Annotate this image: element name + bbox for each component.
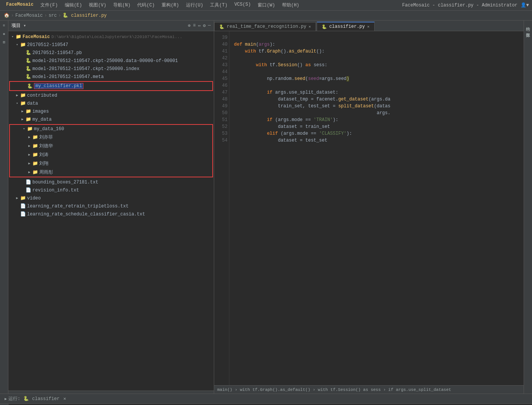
locate-icon[interactable]: ⊕ <box>188 23 191 29</box>
project-panel-header: 项目 ▾ ⊕ ≡ ⇔ ⚙ — <box>8 21 214 31</box>
right-sidebar: 结构 数据库 <box>524 21 532 394</box>
tree-file-lr1[interactable]: 📄 learning_rate_retrain_tripletloss.txt <box>8 202 214 210</box>
my-data-160-group: ▾ 📁 my_data_160 ▶ 📁 刘亦菲 <box>9 124 213 177</box>
editor-breadcrumb: main() › with tf.Graph().as_default() › … <box>214 385 524 394</box>
code-line-54: dataset = test_set <box>234 137 519 144</box>
bottom-tab-run[interactable]: ▶ 运行: 🐍 classifier ✕ <box>0 394 71 403</box>
tree-file-revision[interactable]: 📄 revision_info.txt <box>8 186 214 194</box>
tab-recognition[interactable]: 🐍 real_time_face_recognition.py ✕ <box>214 22 316 31</box>
tree-item-liu1[interactable]: ▶ 📁 刘亦菲 <box>10 133 212 142</box>
tab-close-recognition[interactable]: ✕ <box>309 24 311 29</box>
tree-file-pb[interactable]: 🐍 20170512-110547.pb <box>8 49 214 57</box>
tab-icon-classifier: 🐍 <box>322 24 327 29</box>
file-tree: ▾ 📁 FaceMosaic D:\Work\BigData\LocalJupy… <box>8 31 214 391</box>
editor-tabs: 🐍 real_time_face_recognition.py ✕ 🐍 clas… <box>214 21 524 31</box>
panel-title: 项目 ▾ <box>11 22 26 29</box>
code-line-51: if (args.mode == 'TRAIN'): <box>234 116 519 123</box>
tab-icon-recognition: 🐍 <box>219 24 224 29</box>
code-line-48: dataset_tmp = facenet.get_dataset(args.d… <box>234 96 519 103</box>
tree-item-20170512[interactable]: ▾ 📁 20170512-110547 <box>8 41 214 49</box>
code-line-39 <box>234 34 519 41</box>
menu-window[interactable]: 窗口(W) <box>255 1 278 9</box>
tree-item-data[interactable]: ▾ 📁 data <box>8 99 214 107</box>
code-view: 39 40 41 42 43 44 45 46 47 48 49 50 51 5… <box>214 31 524 385</box>
code-line-53: elif (args.mode == 'CLASSIFY'): <box>234 130 519 137</box>
window-title: FaceMosaic - classifier.py - Administrat… <box>402 3 517 8</box>
sidebar-icon-2[interactable]: ◈ <box>1 30 8 37</box>
menu-refactor[interactable]: 重构(R) <box>159 1 182 9</box>
tree-item-mydata160[interactable]: ▾ 📁 my_data_160 <box>10 125 212 133</box>
sidebar-icon-3[interactable]: ⊞ <box>1 39 8 46</box>
sidebar-label-structure[interactable]: 结构 <box>524 21 532 27</box>
menu-tools[interactable]: 工具(T) <box>207 1 231 9</box>
menu-help[interactable]: 帮助(H) <box>279 1 303 9</box>
user-icon[interactable]: 👤▼ <box>521 2 529 8</box>
code-line-47: if args.use_split_dataset: <box>234 89 519 96</box>
sidebar-label-database[interactable]: 数据库 <box>524 27 532 33</box>
tree-file-lr2[interactable]: 📄 learning_rate_schedule_classifier_casi… <box>8 210 214 218</box>
settings-icon[interactable]: ⚙ <box>203 23 206 29</box>
tab-label-classifier: classifier.py <box>329 24 365 29</box>
tree-item-images[interactable]: ▶ 📁 images <box>8 107 214 115</box>
menu-edit[interactable]: 编辑(E) <box>62 1 85 9</box>
menu-file[interactable]: 文件(F) <box>37 1 61 9</box>
tab-label-recognition: real_time_face_recognition.py <box>227 24 306 29</box>
bottom-panel: ▶ 运行: 🐍 classifier ✕ ▶ ↑ ↓ ⟳ ⊟ 🖨 🗑 WARNI… <box>0 394 532 405</box>
minimize-icon[interactable]: — <box>208 23 211 29</box>
app-logo[interactable]: FaceMosaic <box>3 1 37 9</box>
tree-item-zhou[interactable]: ▶ 📁 周雨彤 <box>10 168 212 177</box>
tree-root[interactable]: ▾ 📁 FaceMosaic D:\Work\BigData\LocalJupy… <box>8 33 214 41</box>
panel-icons: ⊕ ≡ ⇔ ⚙ — <box>188 23 211 29</box>
bc-src[interactable]: src <box>48 13 57 18</box>
tree-file-bbox[interactable]: 📄 bounding_boxes_27181.txt <box>8 178 214 186</box>
tree-file-pkl[interactable]: 🐍 my_classifier.pkl <box>9 81 213 91</box>
tree-file-ckpt2[interactable]: 🐍 model-20170512-110547.ckpt-250000.inde… <box>8 65 214 73</box>
tab-classifier[interactable]: 🐍 classifier.py ✕ <box>317 22 375 31</box>
menu-vcs[interactable]: VCS(S) <box>231 1 254 9</box>
collapse-icon[interactable]: ⇔ <box>198 23 200 29</box>
left-sidebar: ≡ ◈ ⊞ <box>0 21 8 394</box>
code-line-45: np.random.seed(seed=args.seed) <box>234 75 519 82</box>
code-line-43: with tf.Session() as sess: <box>234 62 519 69</box>
tree-item-video[interactable]: ▶ 📁 video <box>8 194 214 202</box>
bc-root[interactable]: FaceMosaic <box>15 13 43 18</box>
line-numbers: 39 40 41 42 43 44 45 46 47 48 49 50 51 5… <box>214 31 229 385</box>
run-tab-icon: ▶ <box>5 397 7 401</box>
menu-view[interactable]: 视图(V) <box>86 1 109 9</box>
tree-item-liu3[interactable]: ▶ 📁 刘涛 <box>10 150 212 159</box>
project-panel: 项目 ▾ ⊕ ≡ ⇔ ⚙ — ▾ 📁 FaceMosaic D:\Work\Bi… <box>8 21 214 394</box>
editor-breadcrumb-text: main() › with tf.Graph().as_default() › … <box>217 387 451 392</box>
expand-icon[interactable]: ≡ <box>193 23 195 29</box>
tree-file-meta[interactable]: 🐍 model-20170512-110547.meta <box>8 73 214 81</box>
menu-navigate[interactable]: 导航(N) <box>110 1 134 9</box>
code-line-42 <box>234 55 519 62</box>
menu-code[interactable]: 代码(C) <box>134 1 158 9</box>
tab-close-classifier[interactable]: ✕ <box>367 24 370 29</box>
bc-file[interactable]: 🐍 classifier.py <box>62 13 107 18</box>
code-line-49: train_set, test_set = split_dataset(data… <box>234 103 519 110</box>
tree-item-liu4[interactable]: ▶ 📁 刘翔 <box>10 159 212 168</box>
code-line-44 <box>234 69 519 75</box>
code-line-46 <box>234 82 519 89</box>
editor-area: 🐍 real_time_face_recognition.py ✕ 🐍 clas… <box>214 21 524 394</box>
run-tab-label: 运行: <box>8 395 20 402</box>
tree-item-contributed[interactable]: ▶ 📁 contributed <box>8 91 214 99</box>
tree-item-liu2[interactable]: ▶ 📁 刘德华 <box>10 142 212 150</box>
tree-file-ckpt1[interactable]: 🐍 model-20170512-110547.ckpt-250000.data… <box>8 57 214 65</box>
tree-item-mydata[interactable]: ▶ 📁 my_data <box>8 115 214 123</box>
run-tab-file: classifier <box>32 396 59 402</box>
run-tab-close[interactable]: ✕ <box>63 396 66 402</box>
sidebar-icon-1[interactable]: ≡ <box>1 22 8 29</box>
menu-run[interactable]: 运行(U) <box>183 1 207 9</box>
menu-bar: FaceMosaic 文件(F) 编辑(E) 视图(V) 导航(N) 代码(C)… <box>3 1 402 9</box>
project-scrollbar-h[interactable] <box>8 391 214 394</box>
bottom-panel-tabs: ▶ 运行: 🐍 classifier ✕ <box>0 394 532 404</box>
code-content[interactable]: def main(args): with tf.Graph().as_defau… <box>229 31 524 385</box>
breadcrumb-bar: 🏠 › FaceMosaic › src › 🐍 classifier.py <box>0 11 532 21</box>
code-line-40: def main(args): <box>234 41 519 48</box>
run-tab-file-icon: 🐍 <box>23 396 29 402</box>
code-line-41: with tf.Graph().as_default(): <box>234 48 519 55</box>
main-layout: ≡ ◈ ⊞ 项目 ▾ ⊕ ≡ ⇔ ⚙ — ▾ 📁 FaceMosaic <box>0 21 532 394</box>
code-line-50: args. <box>234 110 519 116</box>
code-line-52: dataset = train_set <box>234 123 519 130</box>
